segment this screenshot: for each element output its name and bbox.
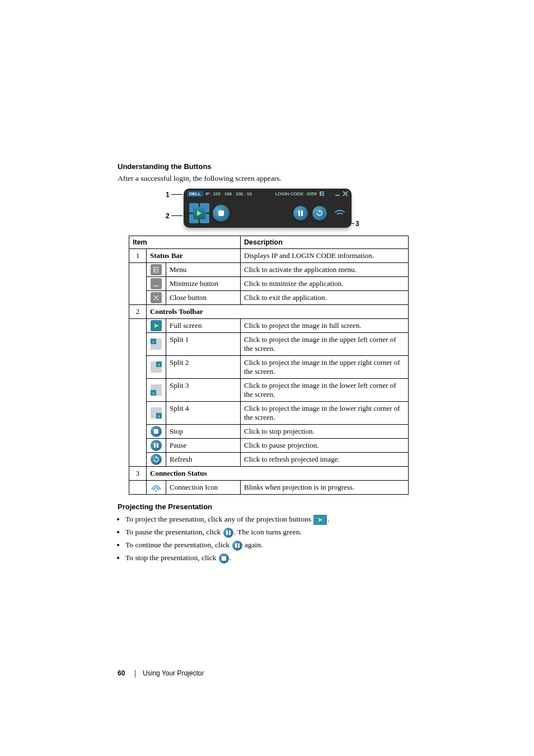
svg-rect-48 [321,520,326,524]
sec2-title: Controls Toolbar [147,305,409,319]
login-code: 0259 [307,191,317,196]
svg-point-43 [156,490,157,492]
brand-badge: DELL [187,191,203,197]
pause-icon [223,528,233,538]
row-full-desc: Click to project the image in full scree… [241,319,409,333]
svg-rect-50 [226,530,228,535]
refresh-button[interactable] [312,206,327,220]
svg-rect-9 [301,210,303,216]
svg-rect-41 [157,443,158,448]
callout-1: 1 [166,191,170,199]
connection-icon [151,482,162,493]
row-close-label: Close button [166,291,241,305]
heading-understanding: Understanding the Buttons [118,162,420,171]
toolbar-figure: 1 2 3 DELL IP: 192 . 168 . 100 . 10 LOGI… [168,189,369,228]
callout-2: 2 [166,212,170,220]
th-desc: Description [241,236,409,249]
stop-icon [151,426,162,437]
svg-rect-13 [156,269,159,270]
minimize-icon[interactable] [335,191,340,196]
menu-icon[interactable] [319,191,325,196]
row-min-label: Minimize button [166,277,241,291]
row-s2-desc: Click to project the image in the upper … [241,356,409,379]
svg-rect-15 [153,285,159,287]
svg-rect-11 [153,267,155,273]
row-stop-label: Stop [166,425,241,439]
th-item: Item [129,236,241,249]
split3-icon: 3 [151,384,162,396]
callout-3: 3 [355,220,359,228]
full-screen-button[interactable] [193,207,205,219]
svg-rect-40 [154,443,156,448]
sec1-desc: Displays IP and LOGIN CODE information. [241,249,409,263]
svg-rect-21 [151,344,156,350]
connection-icon [331,208,346,219]
svg-rect-46 [321,515,326,519]
svg-rect-14 [156,271,159,273]
svg-rect-39 [154,429,158,434]
svg-rect-4 [335,195,340,196]
row-close-desc: Click to exit the application. [241,291,409,305]
refresh-icon [151,454,162,465]
pause-button[interactable] [293,206,308,220]
row-conn-desc: Blinks when projection is in progress. [241,481,409,495]
svg-rect-2 [322,193,324,194]
row-s4-desc: Click to project the image in the lower … [241,402,409,425]
projection-button-icon [313,515,327,525]
row-menu-label: Menu [166,263,241,277]
heading-projecting: Projecting the Presentation [118,503,420,511]
svg-rect-30 [156,384,162,390]
split-quad[interactable]: 1 2 3 4 [189,203,209,223]
close-icon[interactable] [343,191,348,196]
divider-icon: | [327,191,332,196]
svg-marker-42 [156,456,157,458]
svg-rect-3 [322,195,324,196]
stop-icon [219,553,229,564]
footer: 60 Using Your Projector [118,669,204,678]
svg-text:1: 1 [152,340,154,344]
svg-rect-1 [322,191,324,192]
sec1-num: 1 [129,249,147,263]
sec3-num: 3 [129,467,147,481]
row-s1-desc: Click to project the image in the upper … [241,333,409,356]
menu-icon [151,264,162,275]
stop-button[interactable] [213,205,229,222]
buttons-table: Item Description 1 Status Bar Displays I… [129,236,409,495]
svg-rect-54 [222,556,226,561]
svg-rect-35 [156,407,162,413]
split2-icon: 2 [151,361,162,373]
pause-icon [232,541,242,551]
sec1-title: Status Bar [147,249,241,263]
footer-section: Using Your Projector [143,669,204,677]
toolbar-window: DELL IP: 192 . 168 . 100 . 10 LOGIN CODE… [184,189,352,228]
row-stop-desc: Click to stop projection. [241,425,409,439]
svg-rect-26 [151,367,156,373]
svg-rect-0 [320,191,321,196]
row-s1-label: Split 1 [166,333,241,356]
svg-rect-8 [298,210,300,216]
svg-rect-53 [238,543,240,548]
row-conn-label: Connection Icon [166,481,241,495]
svg-marker-18 [154,323,159,328]
sec3-title: Connection Status [147,467,409,481]
svg-rect-36 [151,413,156,419]
row-refresh-label: Refresh [166,453,241,467]
full-screen-icon [151,320,162,331]
sec2-num: 2 [129,305,147,319]
svg-marker-10 [319,210,321,212]
projecting-bullets: To project the presenation, click any of… [118,514,420,564]
row-s2-label: Split 2 [166,356,241,379]
pause-icon [151,440,162,451]
row-s4-label: Split 4 [166,402,241,425]
bullet-3: To continue the presentation, click agai… [125,540,420,551]
row-menu-desc: Click to activate the application menu. [241,263,409,277]
ip-value: 192 . 168 . 100 . 10 [213,191,252,196]
page-number: 60 [118,669,125,677]
close-icon [151,292,162,303]
svg-rect-29 [151,384,156,390]
svg-rect-34 [151,407,156,413]
bullet-4: To stop the presentation, click . [125,553,420,564]
row-min-desc: Click to minimize the application. [241,277,409,291]
split1-icon: 1 [151,339,162,350]
svg-rect-32 [156,390,162,396]
